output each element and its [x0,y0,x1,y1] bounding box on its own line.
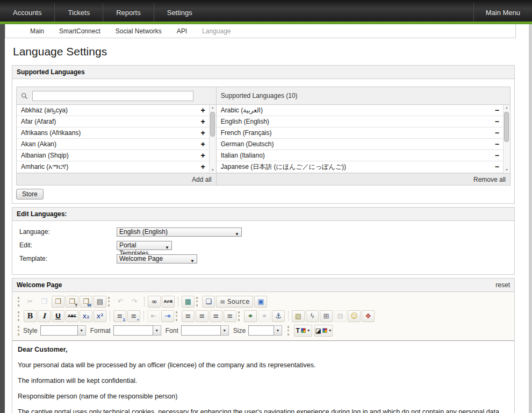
main-menu-button[interactable]: Main Menu [473,3,532,22]
browser-scrollbar[interactable] [529,24,532,413]
add-all-link[interactable]: Add all [192,176,212,183]
subscript-icon[interactable]: x₂ [80,310,92,322]
scrollbar-thumb[interactable] [210,112,215,137]
subnav-item-api[interactable]: API [169,27,195,35]
anchor-icon[interactable]: ⚓ [272,310,285,322]
toolbar-drag-handle [196,297,198,307]
font-combo[interactable]: ▼ [181,325,229,336]
color-grid-icon [322,328,327,333]
language-row[interactable]: Abkhaz (аҧсуа)+ [17,105,209,116]
edit-select[interactable]: Portal Templates ▼ [117,241,172,250]
replace-icon[interactable]: A⇄B [162,296,175,308]
language-row[interactable]: English (English)− [217,116,503,127]
remove-language-icon[interactable]: − [495,106,499,114]
table-icon[interactable]: ⊞ [320,310,333,322]
store-button[interactable]: Store [16,189,44,200]
bulleted-list-icon[interactable]: ≡• [127,310,140,322]
increase-indent-icon[interactable]: ⇥ [161,310,174,322]
add-language-icon[interactable]: + [201,152,205,159]
language-row[interactable]: Akan (Akan)+ [17,139,209,150]
language-select[interactable]: English (English) ▼ [117,227,242,237]
language-label: Akan (Akan) [21,140,56,148]
flash-icon[interactable]: ϟ [306,310,319,322]
select-all-icon[interactable]: ▦ [182,296,195,308]
scroll-down-arrow-icon[interactable]: ▼ [504,167,510,173]
image-icon[interactable]: ▧ [292,310,305,322]
language-row[interactable]: German (Deutsch)− [217,139,503,150]
remove-all-link[interactable]: Remove all [473,176,506,183]
numbered-list-icon[interactable]: ≡1 [113,310,126,322]
add-language-icon[interactable]: + [201,118,205,125]
add-language-icon[interactable]: + [201,129,205,137]
chevron-down-icon[interactable]: ▼ [221,325,229,336]
language-search-input[interactable] [32,91,193,101]
language-row[interactable]: French (Français)− [217,127,503,139]
scrollbar-thumb[interactable] [504,112,509,142]
smiley-icon[interactable]: ☺ [348,310,361,322]
available-languages-listwrap: Abkhaz (аҧсуа)+Afar (Afaraf)+Afrikaans (… [17,105,216,173]
remove-language-icon[interactable]: − [495,140,499,148]
remove-language-icon[interactable]: − [495,129,499,137]
scroll-up-arrow-icon[interactable]: ▲ [210,105,216,111]
subnav-item-language[interactable]: Language [195,27,238,35]
chevron-down-icon[interactable]: ▼ [78,325,86,336]
scroll-down-arrow-icon[interactable]: ▼ [210,167,216,173]
language-row[interactable]: Italian (Italiano)− [217,150,503,161]
paste-as-plain-text-icon[interactable]: ❒T [66,296,78,308]
add-language-icon[interactable]: + [201,163,205,170]
size-combo[interactable]: ▼ [248,325,282,336]
preview-icon[interactable]: ❏ [202,296,215,308]
format-combo[interactable]: ▼ [113,325,161,336]
nav-item-settings[interactable]: Settings [154,3,205,22]
selected-languages-list: Arabic (العربية)−English (English)−Frenc… [217,105,503,173]
language-row[interactable]: Afar (Afaraf)+ [17,116,209,127]
chevron-down-icon[interactable]: ▼ [274,325,282,336]
special-character-icon[interactable]: ❖ [362,310,375,322]
paste-from-word-icon[interactable]: ❒W [80,296,92,308]
align-left-icon[interactable]: ≡ [182,310,195,322]
align-right-icon[interactable]: ≡ [210,310,222,322]
add-language-icon[interactable]: + [201,140,205,148]
remove-language-icon[interactable]: − [495,118,499,125]
supported-languages-panel-body: Abkhaz (аҧсуа)+Afar (Afaraf)+Afrikaans (… [12,79,514,203]
text-color-button[interactable]: T ▼ [294,325,312,337]
nav-item-tickets[interactable]: Tickets [54,3,103,22]
remove-language-icon[interactable]: − [495,152,499,159]
nav-item-accounts[interactable]: Accounts [0,3,54,22]
chevron-down-icon[interactable]: ▼ [153,325,161,336]
strikethrough-icon[interactable]: ABC [66,310,78,322]
align-center-icon[interactable]: ≡ [196,310,209,322]
selected-list-scrollbar[interactable]: ▲ ▼ [503,105,510,173]
link-icon[interactable]: ⚭ [244,310,257,322]
style-combo[interactable]: ▼ [40,325,86,336]
language-row[interactable]: Afrikaans (Afrikaans)+ [17,127,209,139]
language-row[interactable]: Amharic (አማርኛ)+ [17,161,209,173]
subnav-item-smartconnect[interactable]: SmartConnect [52,27,108,35]
bold-icon[interactable]: B [24,310,37,322]
chevron-down-icon: ▼ [307,329,311,332]
italic-icon[interactable]: I [38,310,51,322]
maximize-icon[interactable]: ▣ [254,296,267,308]
scroll-up-arrow-icon[interactable]: ▲ [504,105,510,111]
language-row[interactable]: Japanese (日本語 (にほんご／にっぽんご))− [217,161,503,173]
reset-link[interactable]: reset [495,281,510,289]
language-label: Afar (Afaraf) [21,118,56,125]
language-row[interactable]: Arabic (العربية)− [217,105,503,116]
print-icon[interactable]: ▤ [94,296,106,308]
template-select[interactable]: Welcome Page ▼ [117,254,197,264]
justify-icon[interactable]: ≡ [224,310,236,322]
subnav-item-main[interactable]: Main [23,27,52,35]
background-color-button[interactable]: ◪ ▼ [314,325,333,337]
subnav-item-social-networks[interactable]: Social Networks [108,27,169,35]
add-language-icon[interactable]: + [201,106,205,114]
nav-item-reports[interactable]: Reports [103,3,154,22]
paste-icon[interactable]: ❒ [52,296,64,308]
underline-icon[interactable]: U [52,310,64,322]
find-icon[interactable]: ∞ [148,296,161,308]
language-row[interactable]: Albanian (Shqip)+ [17,150,209,161]
remove-language-icon[interactable]: − [495,163,499,170]
source-button[interactable]: ≡Source [216,296,253,308]
superscript-icon[interactable]: x² [94,310,106,322]
editor-content-area[interactable]: Dear Customer,Your personal data will be… [12,340,514,413]
available-list-scrollbar[interactable]: ▲ ▼ [209,105,216,173]
